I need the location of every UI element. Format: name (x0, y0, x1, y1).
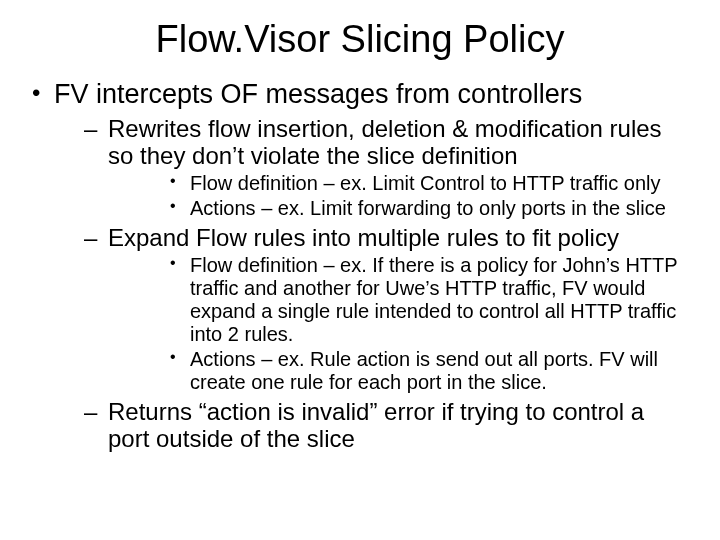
bullet-text: Actions – ex. Rule action is send out al… (190, 348, 658, 393)
bullet-text: Flow definition – ex. Limit Control to H… (190, 172, 661, 194)
bullet-text: Rewrites flow insertion, deletion & modi… (108, 115, 662, 170)
bullet-list-level3: Flow definition – ex. Limit Control to H… (108, 172, 692, 220)
slide-title: Flow.Visor Slicing Policy (28, 18, 692, 61)
bullet-list-level2: Rewrites flow insertion, deletion & modi… (54, 115, 692, 453)
list-item: Flow definition – ex. Limit Control to H… (108, 172, 692, 195)
list-item: Rewrites flow insertion, deletion & modi… (54, 115, 692, 220)
list-item: Returns “action is invalid” error if try… (54, 398, 692, 453)
bullet-text: Flow definition – ex. If there is a poli… (190, 254, 677, 345)
bullet-list-level1: FV intercepts OF messages from controlle… (28, 79, 692, 453)
list-item: Flow definition – ex. If there is a poli… (108, 254, 692, 346)
bullet-text: Actions – ex. Limit forwarding to only p… (190, 197, 666, 219)
list-item: FV intercepts OF messages from controlle… (28, 79, 692, 453)
list-item: Expand Flow rules into multiple rules to… (54, 224, 692, 394)
list-item: Actions – ex. Limit forwarding to only p… (108, 197, 692, 220)
slide: Flow.Visor Slicing Policy FV intercepts … (0, 0, 720, 540)
list-item: Actions – ex. Rule action is send out al… (108, 348, 692, 394)
bullet-text: Returns “action is invalid” error if try… (108, 398, 644, 453)
bullet-text: FV intercepts OF messages from controlle… (54, 79, 582, 109)
bullet-list-level3: Flow definition – ex. If there is a poli… (108, 254, 692, 394)
bullet-text: Expand Flow rules into multiple rules to… (108, 224, 619, 251)
